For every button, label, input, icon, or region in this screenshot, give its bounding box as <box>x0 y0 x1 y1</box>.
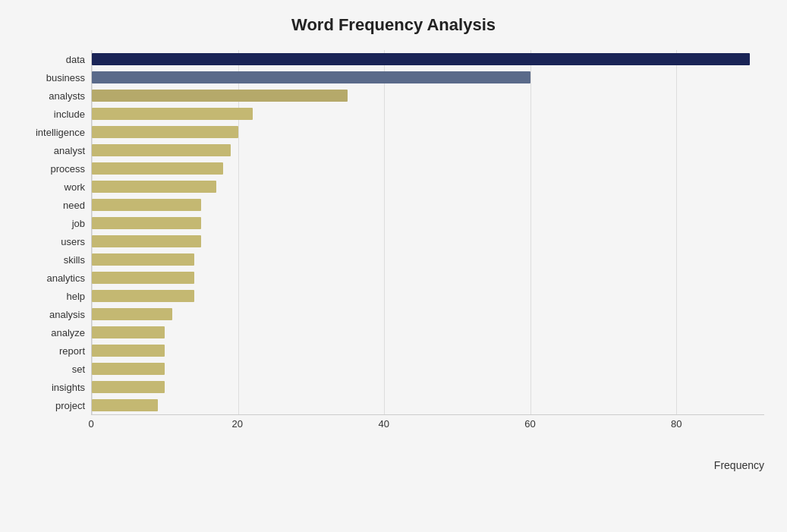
chart-container: Word Frequency Analysis databusinessanal… <box>0 0 787 532</box>
y-label-set: set <box>72 364 85 374</box>
bar-process <box>92 162 223 175</box>
bar-row-analyze <box>92 323 764 342</box>
bar-row-intelligence <box>92 123 764 141</box>
bar-include <box>92 108 253 120</box>
bar-insights <box>92 381 165 393</box>
y-label-intelligence: intelligence <box>36 127 85 137</box>
x-tick-80: 80 <box>671 418 682 430</box>
x-tick-20: 20 <box>232 418 243 430</box>
y-label-job: job <box>72 219 85 228</box>
bar-row-report <box>92 342 764 360</box>
y-label-need: need <box>63 200 85 210</box>
bar-analyze <box>92 326 165 338</box>
y-label-data: data <box>66 55 85 65</box>
y-label-include: include <box>54 109 85 119</box>
bar-row-business <box>92 68 764 87</box>
bar-analytics <box>92 272 194 284</box>
bar-work <box>92 181 216 193</box>
y-label-analyze: analyze <box>51 328 85 338</box>
y-label-project: project <box>55 401 85 411</box>
bar-row-process <box>92 159 764 178</box>
y-label-insights: insights <box>52 382 85 392</box>
bar-row-analysts <box>92 87 764 105</box>
x-tick-60: 60 <box>524 418 535 430</box>
chart-title: Word Frequency Analysis <box>291 15 496 35</box>
y-label-report: report <box>59 346 85 356</box>
bar-project <box>92 399 158 411</box>
bar-intelligence <box>92 126 238 138</box>
y-label-work: work <box>65 182 85 192</box>
y-label-skills: skills <box>64 255 85 265</box>
bar-skills <box>92 253 194 266</box>
bar-analysts <box>92 90 348 102</box>
x-tick-40: 40 <box>378 418 389 430</box>
bar-row-need <box>92 196 764 214</box>
bar-row-help <box>92 287 764 305</box>
y-label-help: help <box>66 291 85 301</box>
bar-data <box>92 53 750 65</box>
bar-need <box>92 199 201 211</box>
y-label-business: business <box>46 73 85 83</box>
x-axis-title: Frequency <box>714 459 764 471</box>
y-label-analyst: analyst <box>54 146 85 156</box>
bottom-section: 020406080 Frequency <box>23 415 764 471</box>
bar-row-data <box>92 50 764 68</box>
x-tick-0: 0 <box>88 418 93 430</box>
y-axis-labels: databusinessanalystsincludeintelligencea… <box>23 50 91 415</box>
bar-report <box>92 345 165 357</box>
bar-help <box>92 290 194 302</box>
bar-analyst <box>92 144 231 156</box>
bar-users <box>92 235 201 247</box>
bar-row-include <box>92 105 764 123</box>
bar-row-insights <box>92 378 764 396</box>
y-label-analytics: analytics <box>46 273 85 283</box>
y-label-users: users <box>61 237 85 247</box>
y-label-analysis: analysis <box>49 310 85 320</box>
bar-row-job <box>92 214 764 232</box>
bar-row-skills <box>92 250 764 269</box>
bar-row-analytics <box>92 269 764 287</box>
bar-row-analysis <box>92 305 764 323</box>
bar-business <box>92 71 530 83</box>
y-label-process: process <box>50 164 85 174</box>
bar-row-users <box>92 232 764 250</box>
bar-row-work <box>92 178 764 196</box>
bar-row-project <box>92 396 764 414</box>
bar-analysis <box>92 308 172 320</box>
chart-area: databusinessanalystsincludeintelligencea… <box>23 50 764 415</box>
bar-set <box>92 363 165 375</box>
bar-job <box>92 217 201 229</box>
bars-area <box>91 50 764 415</box>
bar-row-analyst <box>92 141 764 159</box>
y-label-analysts: analysts <box>49 91 85 101</box>
bar-row-set <box>92 360 764 378</box>
